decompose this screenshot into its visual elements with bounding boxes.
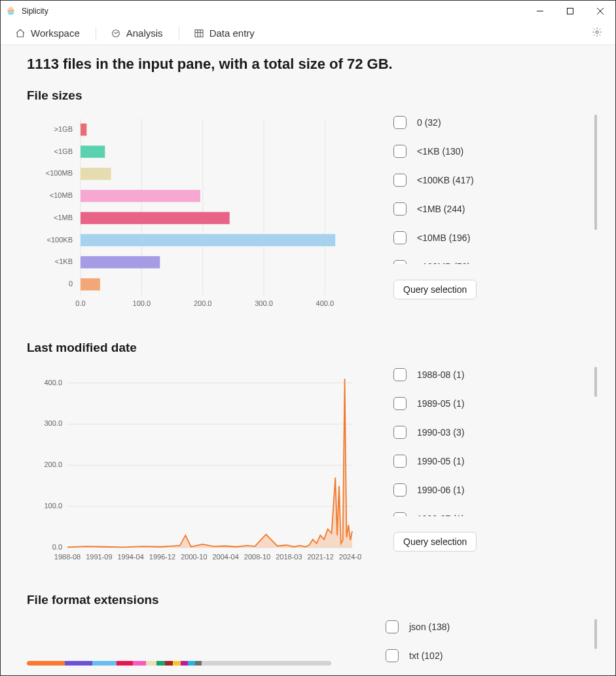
svg-text:<100MB: <100MB [46, 169, 73, 177]
tab-label: Data entry [209, 28, 255, 39]
section-extensions: File format extensions json 138txt 102jp… [27, 593, 597, 675]
svg-text:>1GB: >1GB [54, 125, 73, 133]
section-file-sizes: File sizes 0.0100.0200.0300.0400.0>1GB<1… [27, 88, 597, 317]
mini-scrollbar[interactable] [594, 367, 597, 397]
last-modified-filters: 1988-08 (1)1989-05 (1)1990-03 (3)1990-05… [393, 363, 597, 569]
query-selection-button[interactable]: Query selection [393, 532, 477, 552]
filter-label: <10MB (196) [417, 233, 470, 243]
svg-text:2008-10: 2008-10 [244, 553, 270, 561]
tab-analysis[interactable]: Analysis [107, 24, 168, 43]
filter-checkbox-row[interactable]: <10MB (196) [393, 231, 587, 244]
ext-segment-json[interactable] [27, 661, 65, 666]
filter-checkbox-row[interactable]: 1988-08 (1) [393, 368, 587, 381]
section-title: Last modified date [27, 341, 597, 355]
checkbox[interactable] [393, 397, 407, 410]
checkbox[interactable] [386, 649, 399, 662]
svg-rect-26 [81, 190, 200, 202]
ext-segment-bin[interactable] [195, 661, 202, 666]
svg-text:<1GB: <1GB [54, 147, 73, 155]
filter-label: 1990-07 (1) [417, 514, 464, 516]
filter-checkbox-row[interactable]: 0 (32) [393, 116, 587, 129]
query-selection-button[interactable]: Query selection [393, 280, 477, 299]
window-close-button[interactable] [585, 1, 615, 22]
ext-segment-svg[interactable] [156, 661, 165, 666]
filter-checkbox-row[interactable]: <1MB (244) [393, 202, 587, 216]
ext-segment-other[interactable] [202, 661, 331, 666]
checkbox[interactable] [393, 231, 407, 244]
checkbox[interactable] [393, 426, 407, 439]
checkbox[interactable] [393, 455, 407, 468]
file-sizes-filters: 0 (32)<1KB (130)<100KB (417)<1MB (244)<1… [393, 111, 597, 317]
nav-divider [179, 27, 179, 40]
filter-checkbox-row[interactable]: txt (102) [386, 649, 587, 662]
ext-segment-mp4[interactable] [133, 661, 146, 666]
ext-segment-txt[interactable] [65, 661, 93, 666]
tab-data-entry[interactable]: Data entry [190, 24, 260, 43]
svg-text:<1KB: <1KB [55, 257, 73, 265]
svg-rect-34 [81, 278, 100, 291]
svg-rect-1 [568, 9, 573, 14]
filter-checkbox-row[interactable]: 1990-05 (1) [393, 455, 587, 468]
checkbox[interactable] [393, 202, 407, 216]
nav-divider [96, 27, 96, 40]
filter-label: <100MB (50) [417, 261, 470, 264]
gear-icon [592, 27, 602, 37]
checkbox[interactable] [393, 260, 407, 264]
tab-workspace[interactable]: Workspace [11, 24, 85, 43]
checkbox[interactable] [393, 116, 407, 129]
svg-text:300.0: 300.0 [44, 419, 62, 427]
app-title: Siplicity [22, 7, 48, 16]
checkbox[interactable] [393, 174, 407, 187]
window-maximize-button[interactable] [555, 1, 585, 22]
checkbox[interactable] [386, 620, 399, 633]
ext-segment-zip[interactable] [173, 661, 181, 666]
ext-segment-jpg[interactable] [92, 661, 116, 666]
filter-checkbox-row[interactable]: <100MB (50) [393, 260, 587, 264]
mini-scrollbar[interactable] [594, 619, 597, 649]
filter-label: 1990-06 (1) [417, 485, 464, 495]
settings-button[interactable] [589, 24, 605, 42]
file-sizes-chart: 0.0100.0200.0300.0400.0>1GB<1GB<100MB<10… [27, 111, 362, 317]
section-title: File sizes [27, 88, 597, 103]
analysis-icon [111, 28, 121, 39]
ext-segment-xlsx[interactable] [146, 661, 156, 666]
svg-text:1996-12: 1996-12 [149, 553, 175, 561]
svg-text:1988-08: 1988-08 [54, 553, 81, 561]
main-content[interactable]: 1113 files in the input pane, with a tot… [1, 45, 615, 675]
filter-checkbox-row[interactable]: <100KB (417) [393, 174, 587, 187]
svg-rect-30 [81, 234, 335, 246]
extensions-chart: json 138txt 102jpg 87pdf 60mp4 48xlsx 39… [27, 615, 354, 675]
window-titlebar: 🧁 Siplicity [1, 1, 615, 22]
home-icon [15, 28, 26, 39]
svg-text:<10MB: <10MB [50, 191, 73, 199]
ext-segment-mp3[interactable] [165, 661, 173, 666]
svg-rect-5 [195, 29, 203, 37]
filter-checkbox-row[interactable]: 1990-06 (1) [393, 483, 587, 497]
checkbox[interactable] [393, 483, 407, 497]
summary-headline: 1113 files in the input pane, with a tot… [27, 56, 597, 73]
svg-text:100.0: 100.0 [133, 299, 151, 307]
svg-rect-24 [81, 168, 111, 180]
last-modified-chart: 0.0100.0200.0300.0400.01988-081991-09199… [27, 363, 362, 569]
data-entry-icon [194, 28, 204, 39]
checkbox[interactable] [393, 145, 407, 158]
checkbox[interactable] [393, 512, 407, 516]
mini-scrollbar[interactable] [594, 115, 597, 230]
svg-text:2000-10: 2000-10 [181, 553, 207, 561]
svg-text:400.0: 400.0 [316, 299, 335, 307]
ext-segment-png[interactable] [188, 661, 195, 666]
filter-label: txt (102) [409, 650, 443, 661]
ext-segment-dpx[interactable] [181, 661, 188, 666]
ext-segment-pdf[interactable] [117, 661, 133, 666]
filter-checkbox-row[interactable]: 1990-07 (1) [393, 512, 587, 516]
filter-label: 1990-05 (1) [417, 456, 464, 466]
tab-label: Analysis [126, 28, 163, 39]
filter-checkbox-row[interactable]: <1KB (130) [393, 145, 587, 158]
filter-checkbox-row[interactable]: 1989-05 (1) [393, 397, 587, 410]
filter-checkbox-row[interactable]: json (138) [386, 620, 587, 633]
filter-checkbox-row[interactable]: 1990-03 (3) [393, 426, 587, 439]
filter-label: 1988-08 (1) [417, 369, 464, 380]
window-minimize-button[interactable] [525, 1, 555, 22]
svg-text:2018-03: 2018-03 [276, 553, 302, 561]
checkbox[interactable] [393, 368, 407, 381]
